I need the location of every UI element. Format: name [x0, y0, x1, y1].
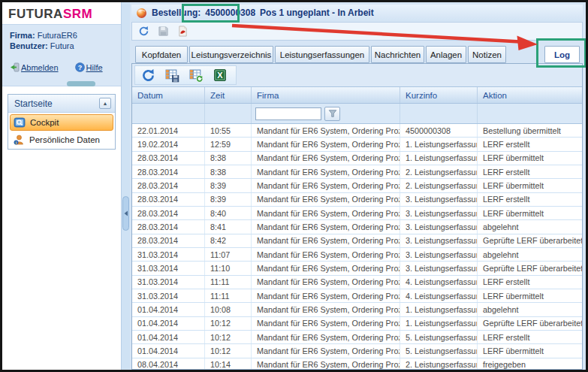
cell-datum: 28.03.2014 — [132, 207, 205, 219]
firma-filter-button[interactable] — [324, 107, 340, 121]
main-content: Bestellung: 4500000308 Pos 1 ungeplant -… — [130, 2, 586, 370]
cell-aktion: abgelehnt — [478, 220, 582, 233]
table-row[interactable]: 28.03.2014 8:39 Mandant für ER6 System, … — [132, 179, 582, 192]
benutzer-value: Futura — [50, 41, 74, 50]
table-row[interactable]: 01.04.2014 10:12 Mandant für ER6 System,… — [132, 344, 582, 358]
tab-leistungserfassungen[interactable]: Leistungserfassungen — [275, 46, 369, 63]
cell-kurzinfo: 3. Leistungserfassung — [400, 234, 478, 247]
firma-filter-input[interactable] — [255, 107, 321, 120]
cell-kurzinfo: 4. Leistungserfassung — [400, 276, 478, 289]
column-header-zeit[interactable]: Zeit — [205, 87, 252, 103]
excel-export-button[interactable]: X — [213, 68, 227, 82]
user-info-block: Firma: FuturaER6 Benutzer: Futura Abmeld… — [2, 24, 121, 80]
cell-datum: 28.03.2014 — [132, 179, 205, 192]
sidebar-horizontal-splitter[interactable] — [2, 80, 121, 86]
save-button[interactable] — [158, 26, 169, 37]
column-header-datum[interactable]: Datum — [132, 87, 205, 103]
table-row[interactable]: 28.03.2014 8:41 Mandant für ER6 System, … — [132, 220, 582, 234]
cell-datum: 19.02.2014 — [132, 138, 205, 150]
cell-kurzinfo: 2. Leistungserfassung — [400, 179, 478, 192]
cell-aktion: LERF erstellt — [478, 165, 582, 178]
tab-leistungsverzeichnis[interactable]: Leistungsverzeichnis — [189, 46, 273, 63]
export-table-refresh-icon — [189, 68, 204, 83]
cell-zeit: 10:14 — [205, 358, 252, 369]
column-header-aktion[interactable]: Aktion — [478, 87, 582, 103]
cell-firma: Mandant für ER6 System, Ordering Prozess — [252, 248, 400, 261]
filter-cell-firma — [252, 104, 400, 123]
filter-row — [132, 104, 582, 124]
tab-anlagen[interactable]: Anlagen — [426, 46, 466, 63]
person-icon: i — [13, 134, 25, 146]
table-row[interactable]: 31.03.2014 11:11 Mandant für ER6 System,… — [132, 289, 582, 303]
pdf-export-icon — [177, 26, 188, 37]
cell-zeit: 12:59 — [205, 138, 252, 150]
export-table-refresh-button[interactable] — [189, 68, 204, 83]
cell-firma: Mandant für ER6 System, Ordering Prozess — [252, 165, 400, 178]
table-row[interactable]: 28.03.2014 8:39 Mandant für ER6 System, … — [132, 193, 582, 207]
cell-aktion: abgelehnt — [478, 248, 582, 261]
sidebar-item-cockpit[interactable]: Cockpit — [10, 114, 113, 131]
logout-link[interactable]: Abmelden — [10, 62, 59, 72]
tab-kopfdaten[interactable]: Kopfdaten — [135, 46, 188, 63]
help-icon: ? — [75, 62, 85, 72]
cell-aktion: LERF übermittelt — [478, 289, 582, 302]
cell-firma: Mandant für ER6 System, Ordering Prozess — [252, 344, 400, 357]
table-row[interactable]: 08.04.2014 10:14 Mandant für ER6 System,… — [132, 358, 582, 369]
cell-datum: 28.03.2014 — [132, 193, 205, 206]
tab-nachrichten[interactable]: Nachrichten — [371, 46, 424, 63]
pdf-export-button[interactable] — [177, 26, 188, 37]
table-row[interactable]: 01.04.2014 10:08 Mandant für ER6 System,… — [132, 303, 582, 316]
tab-bar: Kopfdaten Leistungsverzeichnis Leistungs… — [131, 46, 583, 63]
splitter-collapse-handle[interactable] — [122, 196, 129, 231]
order-number: 4500000308 — [205, 8, 255, 18]
table-row[interactable]: 28.03.2014 8:42 Mandant für ER6 System, … — [132, 234, 582, 248]
cell-firma: Mandant für ER6 System, Ordering Prozess — [252, 234, 400, 247]
logo-srm: SRM — [63, 7, 92, 21]
cell-zeit: 10:12 — [205, 331, 252, 343]
cell-aktion: freigegeben — [478, 358, 582, 369]
cell-firma: Mandant für ER6 System, Ordering Prozess — [252, 220, 400, 233]
cell-kurzinfo: 3. Leistungserfassung — [400, 262, 478, 274]
cell-zeit: 8:39 — [205, 193, 252, 206]
table-row[interactable]: 31.03.2014 11:07 Mandant für ER6 System,… — [132, 248, 582, 262]
tab-log[interactable]: Log — [544, 46, 580, 63]
main-vertical-splitter[interactable] — [121, 2, 130, 370]
logo-futura: FUTURA — [8, 7, 63, 21]
table-row[interactable]: 28.03.2014 8:38 Mandant für ER6 System, … — [132, 165, 582, 179]
collapse-panel-button[interactable]: ▲ — [99, 98, 111, 109]
sidebar-item-persoenliche-daten[interactable]: i Persönliche Daten — [10, 132, 113, 147]
title-suffix: Pos 1 ungeplant - In Arbeit — [260, 8, 374, 18]
table-row[interactable]: 19.02.2014 12:59 Mandant für ER6 System,… — [132, 138, 582, 151]
table-row[interactable]: 28.03.2014 8:38 Mandant für ER6 System, … — [132, 152, 582, 165]
order-sphere-icon — [136, 8, 147, 19]
cell-kurzinfo: 1. Leistungserfassung — [400, 152, 478, 165]
cell-kurzinfo: 1. Leistungserfassung — [400, 317, 478, 330]
table-row[interactable]: 31.03.2014 11:11 Mandant für ER6 System,… — [132, 276, 582, 289]
table-row[interactable]: 01.04.2014 10:12 Mandant für ER6 System,… — [132, 317, 582, 331]
app-logo: FUTURASRM — [2, 2, 121, 24]
cell-zeit: 11:07 — [205, 248, 252, 261]
firma-label: Firma: — [10, 31, 35, 40]
refresh-table-button[interactable] — [141, 68, 155, 83]
cell-aktion: LERF erstellt — [478, 193, 582, 206]
startseite-panel: Startseite ▲ Cockpit i Persönliche Daten — [8, 94, 116, 150]
splitter-grip[interactable] — [67, 81, 95, 86]
help-link[interactable]: ? Hilfe — [75, 62, 103, 72]
column-header-kurzinfo[interactable]: Kurzinfo — [400, 87, 478, 103]
cell-firma: Mandant für ER6 System, Ordering Prozess — [252, 179, 400, 192]
cell-firma: Mandant für ER6 System, Ordering Prozess — [252, 331, 400, 343]
cell-datum: 31.03.2014 — [132, 262, 205, 274]
cell-zeit: 8:40 — [205, 207, 252, 219]
table-row[interactable]: 22.01.2014 10:55 Mandant für ER6 System,… — [132, 124, 582, 138]
tab-notizen[interactable]: Notizen — [468, 46, 506, 63]
export-table-save-button[interactable] — [165, 68, 179, 83]
table-row[interactable]: 31.03.2014 11:10 Mandant für ER6 System,… — [132, 262, 582, 275]
column-header-firma[interactable]: Firma — [252, 87, 400, 103]
cell-zeit: 8:39 — [205, 179, 252, 192]
table-row[interactable]: 01.04.2014 10:12 Mandant für ER6 System,… — [132, 331, 582, 344]
refresh-button[interactable] — [138, 26, 149, 37]
cell-firma: Mandant für ER6 System, Ordering Prozess — [252, 124, 400, 137]
cell-aktion: Geprüfte LERF überarbeitet — [478, 317, 582, 330]
table-row[interactable]: 28.03.2014 8:40 Mandant für ER6 System, … — [132, 207, 582, 220]
log-tab-panel: X Datum Zeit Firma Kurzinfo Aktion — [131, 63, 583, 370]
